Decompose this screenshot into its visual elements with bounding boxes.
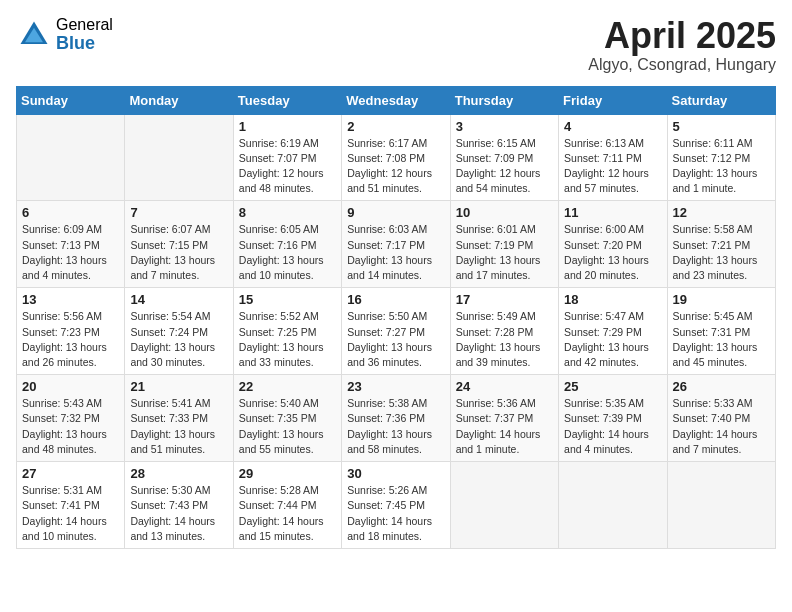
calendar-cell: 10Sunrise: 6:01 AM Sunset: 7:19 PM Dayli… xyxy=(450,201,558,288)
day-detail: Sunrise: 6:13 AM Sunset: 7:11 PM Dayligh… xyxy=(564,136,661,197)
day-detail: Sunrise: 6:11 AM Sunset: 7:12 PM Dayligh… xyxy=(673,136,770,197)
day-detail: Sunrise: 6:17 AM Sunset: 7:08 PM Dayligh… xyxy=(347,136,444,197)
calendar-cell: 3Sunrise: 6:15 AM Sunset: 7:09 PM Daylig… xyxy=(450,114,558,201)
calendar-cell: 29Sunrise: 5:28 AM Sunset: 7:44 PM Dayli… xyxy=(233,462,341,549)
day-detail: Sunrise: 5:41 AM Sunset: 7:33 PM Dayligh… xyxy=(130,396,227,457)
month-title: April 2025 xyxy=(588,16,776,56)
calendar-cell: 25Sunrise: 5:35 AM Sunset: 7:39 PM Dayli… xyxy=(559,375,667,462)
day-number: 13 xyxy=(22,292,119,307)
day-number: 3 xyxy=(456,119,553,134)
calendar-cell: 5Sunrise: 6:11 AM Sunset: 7:12 PM Daylig… xyxy=(667,114,775,201)
calendar-cell: 13Sunrise: 5:56 AM Sunset: 7:23 PM Dayli… xyxy=(17,288,125,375)
calendar-week-row: 1Sunrise: 6:19 AM Sunset: 7:07 PM Daylig… xyxy=(17,114,776,201)
day-detail: Sunrise: 5:40 AM Sunset: 7:35 PM Dayligh… xyxy=(239,396,336,457)
calendar-cell: 20Sunrise: 5:43 AM Sunset: 7:32 PM Dayli… xyxy=(17,375,125,462)
calendar-week-row: 20Sunrise: 5:43 AM Sunset: 7:32 PM Dayli… xyxy=(17,375,776,462)
calendar-day-header: Wednesday xyxy=(342,86,450,114)
logo-icon xyxy=(16,17,52,53)
calendar-day-header: Sunday xyxy=(17,86,125,114)
day-detail: Sunrise: 5:45 AM Sunset: 7:31 PM Dayligh… xyxy=(673,309,770,370)
day-number: 4 xyxy=(564,119,661,134)
day-number: 21 xyxy=(130,379,227,394)
calendar-cell: 27Sunrise: 5:31 AM Sunset: 7:41 PM Dayli… xyxy=(17,462,125,549)
day-detail: Sunrise: 5:50 AM Sunset: 7:27 PM Dayligh… xyxy=(347,309,444,370)
day-number: 15 xyxy=(239,292,336,307)
day-detail: Sunrise: 5:49 AM Sunset: 7:28 PM Dayligh… xyxy=(456,309,553,370)
logo-general: General xyxy=(56,16,113,34)
day-detail: Sunrise: 6:07 AM Sunset: 7:15 PM Dayligh… xyxy=(130,222,227,283)
day-detail: Sunrise: 6:19 AM Sunset: 7:07 PM Dayligh… xyxy=(239,136,336,197)
day-detail: Sunrise: 5:30 AM Sunset: 7:43 PM Dayligh… xyxy=(130,483,227,544)
calendar-cell: 16Sunrise: 5:50 AM Sunset: 7:27 PM Dayli… xyxy=(342,288,450,375)
day-detail: Sunrise: 6:03 AM Sunset: 7:17 PM Dayligh… xyxy=(347,222,444,283)
day-number: 18 xyxy=(564,292,661,307)
day-number: 19 xyxy=(673,292,770,307)
calendar-week-row: 27Sunrise: 5:31 AM Sunset: 7:41 PM Dayli… xyxy=(17,462,776,549)
calendar-cell: 14Sunrise: 5:54 AM Sunset: 7:24 PM Dayli… xyxy=(125,288,233,375)
day-detail: Sunrise: 6:00 AM Sunset: 7:20 PM Dayligh… xyxy=(564,222,661,283)
location-title: Algyo, Csongrad, Hungary xyxy=(588,56,776,74)
day-detail: Sunrise: 6:09 AM Sunset: 7:13 PM Dayligh… xyxy=(22,222,119,283)
calendar-cell: 21Sunrise: 5:41 AM Sunset: 7:33 PM Dayli… xyxy=(125,375,233,462)
calendar-cell xyxy=(559,462,667,549)
calendar-cell: 19Sunrise: 5:45 AM Sunset: 7:31 PM Dayli… xyxy=(667,288,775,375)
day-number: 16 xyxy=(347,292,444,307)
day-detail: Sunrise: 5:35 AM Sunset: 7:39 PM Dayligh… xyxy=(564,396,661,457)
day-detail: Sunrise: 5:56 AM Sunset: 7:23 PM Dayligh… xyxy=(22,309,119,370)
day-number: 11 xyxy=(564,205,661,220)
day-detail: Sunrise: 5:52 AM Sunset: 7:25 PM Dayligh… xyxy=(239,309,336,370)
day-number: 6 xyxy=(22,205,119,220)
calendar-cell: 2Sunrise: 6:17 AM Sunset: 7:08 PM Daylig… xyxy=(342,114,450,201)
logo: General Blue xyxy=(16,16,113,53)
calendar-cell: 23Sunrise: 5:38 AM Sunset: 7:36 PM Dayli… xyxy=(342,375,450,462)
day-number: 30 xyxy=(347,466,444,481)
day-detail: Sunrise: 5:43 AM Sunset: 7:32 PM Dayligh… xyxy=(22,396,119,457)
calendar-day-header: Thursday xyxy=(450,86,558,114)
calendar-cell: 30Sunrise: 5:26 AM Sunset: 7:45 PM Dayli… xyxy=(342,462,450,549)
day-detail: Sunrise: 6:15 AM Sunset: 7:09 PM Dayligh… xyxy=(456,136,553,197)
day-detail: Sunrise: 6:05 AM Sunset: 7:16 PM Dayligh… xyxy=(239,222,336,283)
calendar-cell: 1Sunrise: 6:19 AM Sunset: 7:07 PM Daylig… xyxy=(233,114,341,201)
calendar-body: 1Sunrise: 6:19 AM Sunset: 7:07 PM Daylig… xyxy=(17,114,776,548)
day-detail: Sunrise: 5:33 AM Sunset: 7:40 PM Dayligh… xyxy=(673,396,770,457)
calendar-cell: 6Sunrise: 6:09 AM Sunset: 7:13 PM Daylig… xyxy=(17,201,125,288)
calendar-cell: 24Sunrise: 5:36 AM Sunset: 7:37 PM Dayli… xyxy=(450,375,558,462)
calendar-cell: 7Sunrise: 6:07 AM Sunset: 7:15 PM Daylig… xyxy=(125,201,233,288)
calendar-cell: 28Sunrise: 5:30 AM Sunset: 7:43 PM Dayli… xyxy=(125,462,233,549)
logo-text: General Blue xyxy=(56,16,113,53)
day-detail: Sunrise: 6:01 AM Sunset: 7:19 PM Dayligh… xyxy=(456,222,553,283)
day-number: 12 xyxy=(673,205,770,220)
day-detail: Sunrise: 5:58 AM Sunset: 7:21 PM Dayligh… xyxy=(673,222,770,283)
calendar-cell: 15Sunrise: 5:52 AM Sunset: 7:25 PM Dayli… xyxy=(233,288,341,375)
page-header: General Blue April 2025 Algyo, Csongrad,… xyxy=(16,16,776,74)
day-number: 14 xyxy=(130,292,227,307)
calendar-cell: 12Sunrise: 5:58 AM Sunset: 7:21 PM Dayli… xyxy=(667,201,775,288)
calendar-cell: 17Sunrise: 5:49 AM Sunset: 7:28 PM Dayli… xyxy=(450,288,558,375)
day-number: 10 xyxy=(456,205,553,220)
calendar-cell xyxy=(125,114,233,201)
day-detail: Sunrise: 5:28 AM Sunset: 7:44 PM Dayligh… xyxy=(239,483,336,544)
day-detail: Sunrise: 5:47 AM Sunset: 7:29 PM Dayligh… xyxy=(564,309,661,370)
day-number: 23 xyxy=(347,379,444,394)
day-number: 7 xyxy=(130,205,227,220)
logo-blue: Blue xyxy=(56,34,113,54)
day-number: 5 xyxy=(673,119,770,134)
day-number: 20 xyxy=(22,379,119,394)
calendar-cell: 4Sunrise: 6:13 AM Sunset: 7:11 PM Daylig… xyxy=(559,114,667,201)
day-detail: Sunrise: 5:31 AM Sunset: 7:41 PM Dayligh… xyxy=(22,483,119,544)
calendar-cell: 9Sunrise: 6:03 AM Sunset: 7:17 PM Daylig… xyxy=(342,201,450,288)
day-detail: Sunrise: 5:26 AM Sunset: 7:45 PM Dayligh… xyxy=(347,483,444,544)
calendar-day-header: Friday xyxy=(559,86,667,114)
title-block: April 2025 Algyo, Csongrad, Hungary xyxy=(588,16,776,74)
day-number: 22 xyxy=(239,379,336,394)
day-detail: Sunrise: 5:38 AM Sunset: 7:36 PM Dayligh… xyxy=(347,396,444,457)
calendar-header-row: SundayMondayTuesdayWednesdayThursdayFrid… xyxy=(17,86,776,114)
calendar-cell xyxy=(667,462,775,549)
calendar-day-header: Saturday xyxy=(667,86,775,114)
day-number: 28 xyxy=(130,466,227,481)
calendar-table: SundayMondayTuesdayWednesdayThursdayFrid… xyxy=(16,86,776,549)
day-number: 8 xyxy=(239,205,336,220)
calendar-day-header: Monday xyxy=(125,86,233,114)
day-number: 26 xyxy=(673,379,770,394)
day-number: 2 xyxy=(347,119,444,134)
